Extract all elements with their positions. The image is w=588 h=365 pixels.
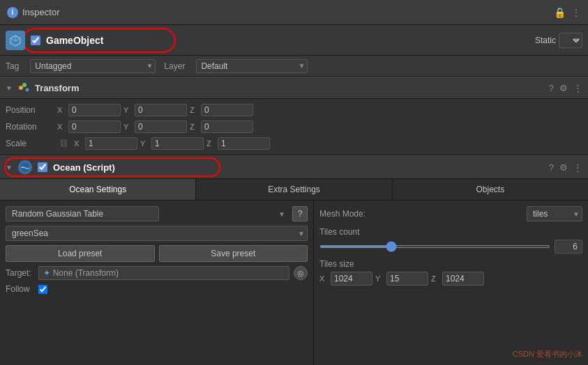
position-row: Position X Y Z — [6, 102, 582, 118]
scale-x-input[interactable] — [85, 137, 137, 150]
tag-dropdown[interactable]: Untagged — [30, 59, 156, 73]
rotation-xyz: X Y Z — [57, 121, 582, 133]
static-dropdown-wrapper: ▼ — [559, 33, 582, 48]
tab-objects[interactable]: Objects — [393, 179, 588, 200]
layer-dropdown-wrapper: Default ▼ — [196, 59, 308, 73]
scale-x-label: X — [74, 139, 82, 148]
pos-x-label: X — [57, 106, 66, 114]
greensea-wrapper: greenSea ▼ — [6, 226, 308, 241]
mesh-mode-dropdown[interactable]: tiles — [527, 206, 582, 222]
header-actions: 🔒 ⋮ — [554, 7, 581, 18]
rotation-label: Rotation — [6, 122, 54, 132]
rotation-y-input[interactable] — [135, 121, 187, 133]
follow-row: Follow — [6, 284, 308, 294]
transform-settings-icon[interactable]: ⚙ — [559, 83, 568, 93]
static-dropdown[interactable] — [559, 33, 582, 48]
target-row: Target: ✦ None (Transform) ◎ — [6, 266, 308, 280]
lock-icon[interactable]: 🔒 — [554, 7, 566, 18]
svg-point-6 — [25, 88, 29, 92]
static-row: Static ▼ — [535, 33, 582, 48]
position-y-input[interactable] — [135, 104, 187, 116]
gameobject-icon — [6, 31, 25, 50]
preset-name-dropdown[interactable]: greenSea — [6, 226, 308, 241]
preset-buttons-row: Load preset Save preset — [6, 245, 308, 262]
target-field: ✦ None (Transform) — [38, 266, 289, 280]
ocean-help-icon[interactable]: ? — [549, 162, 554, 173]
tiles-count-section: Tiles count — [319, 227, 582, 254]
ocean-script-title: Ocean (Script) — [53, 162, 543, 173]
scale-lock-icon[interactable]: ⛓ — [57, 139, 71, 148]
scale-z-input[interactable] — [218, 137, 270, 150]
save-preset-button[interactable]: Save preset — [159, 245, 308, 262]
gaussian-arrow-icon: ▼ — [278, 210, 285, 218]
tiles-y-label: Y — [375, 274, 384, 283]
ocean-collapse-arrow[interactable]: ▼ — [6, 164, 13, 171]
transform-content: Position X Y Z Rotation X Y Z — [0, 99, 588, 155]
position-z-input[interactable] — [201, 104, 253, 116]
rotation-row: Rotation X Y Z — [6, 118, 582, 135]
target-pick-button[interactable]: ◎ — [294, 266, 308, 280]
mesh-dropdown-wrapper: tiles ▼ — [527, 206, 582, 222]
scale-xyz: ⛓ X Y Z — [57, 137, 582, 150]
transform-collapse-arrow[interactable]: ▼ — [6, 84, 13, 92]
follow-label: Follow — [6, 284, 30, 294]
tiles-count-slider[interactable] — [319, 245, 550, 248]
tag-layer-row: Tag Untagged ▼ Layer Default ▼ — [0, 56, 588, 77]
follow-checkbox[interactable] — [38, 285, 47, 294]
svg-point-5 — [22, 83, 27, 87]
tab-ocean-settings[interactable]: Ocean Settings — [0, 179, 196, 200]
panel-title: Inspector — [22, 7, 59, 17]
gameobject-row: GameObject Static ▼ — [0, 25, 588, 56]
scale-label: Scale — [6, 139, 54, 148]
transform-actions: ? ⚙ ⋮ — [549, 83, 582, 93]
layer-label: Layer — [164, 61, 185, 71]
tiles-x-input[interactable] — [331, 272, 372, 286]
scale-y-input[interactable] — [151, 137, 204, 150]
watermark: CSDN 爱看书的小沐 — [513, 349, 582, 359]
transform-title: Transform — [35, 83, 543, 93]
transform-section-header: ▼ Transform ? ⚙ ⋮ — [0, 77, 588, 99]
tiles-z-input[interactable] — [442, 272, 484, 286]
tiles-x-label: X — [319, 274, 328, 283]
mesh-mode-label: Mesh Mode: — [319, 209, 365, 219]
tiles-y-input[interactable] — [386, 272, 428, 286]
ocean-script-header: ▼ Ocean (Script) ? ⚙ ⋮ — [0, 155, 588, 179]
menu-icon[interactable]: ⋮ — [571, 7, 581, 18]
ocean-settings-icon[interactable]: ⚙ — [559, 162, 568, 173]
gaussian-dropdown[interactable]: Random Gaussian Table — [6, 206, 159, 222]
layer-dropdown[interactable]: Default — [196, 59, 308, 73]
tab-extra-settings[interactable]: Extra Settings — [196, 179, 392, 200]
ocean-right-col: Mesh Mode: tiles ▼ Tiles count — [314, 201, 588, 365]
rot-y-label: Y — [123, 123, 132, 131]
tiles-size-label: Tiles size — [319, 259, 582, 269]
position-xyz: X Y Z — [57, 104, 582, 116]
tiles-size-xyz-row: X Y Z — [319, 272, 582, 286]
ocean-actions: ? ⚙ ⋮ — [549, 162, 582, 173]
ocean-checkbox[interactable] — [38, 162, 47, 172]
position-label: Position — [6, 105, 54, 115]
rotation-x-input[interactable] — [68, 121, 121, 133]
rotation-z-input[interactable] — [201, 121, 253, 133]
position-x-input[interactable] — [68, 104, 121, 116]
svg-line-3 — [10, 38, 15, 41]
ocean-tabs: Ocean Settings Extra Settings Objects — [0, 179, 588, 201]
gameobject-checkbox[interactable] — [31, 36, 40, 45]
inspector-panel: i Inspector 🔒 ⋮ GameObject Static — [0, 0, 588, 365]
info-icon: i — [7, 7, 18, 18]
transform-menu-icon[interactable]: ⋮ — [573, 83, 582, 93]
load-preset-button[interactable]: Load preset — [6, 245, 155, 262]
target-value: None (Transform) — [53, 268, 285, 278]
svg-line-2 — [15, 38, 20, 41]
ocean-menu-icon[interactable]: ⋮ — [573, 162, 582, 173]
rot-z-label: Z — [190, 123, 198, 131]
gaussian-row: Random Gaussian Table ▼ ? — [6, 206, 308, 222]
rot-x-label: X — [57, 123, 66, 131]
ocean-icon — [18, 160, 32, 174]
tiles-count-label: Tiles count — [319, 227, 582, 237]
gaussian-help-button[interactable]: ? — [292, 206, 308, 222]
tiles-count-value[interactable] — [555, 240, 582, 254]
transform-help-icon[interactable]: ? — [549, 83, 554, 93]
scale-z-label: Z — [206, 139, 215, 148]
gameobject-name: GameObject — [46, 35, 172, 46]
svg-point-4 — [19, 86, 23, 90]
